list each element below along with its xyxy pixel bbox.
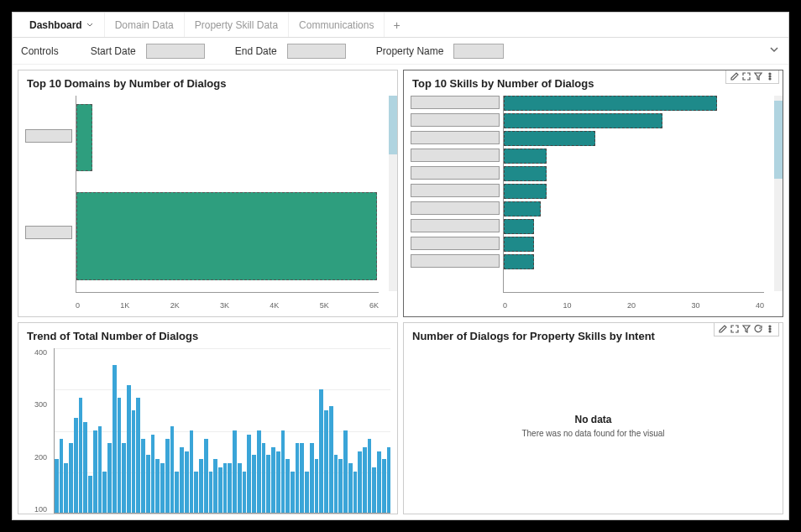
bar xyxy=(276,451,280,514)
axis-tick: 20 xyxy=(627,301,636,310)
tab-dashboard[interactable]: Dashboard xyxy=(19,13,105,37)
panel-trend[interactable]: Trend of Total Number of Dialogs 4003002… xyxy=(18,322,398,514)
axis-tick: 200 xyxy=(25,453,47,462)
bar xyxy=(170,426,175,513)
svg-point-5 xyxy=(769,331,771,332)
bar xyxy=(165,439,170,513)
bar xyxy=(305,472,309,513)
tab-communications[interactable]: Communications xyxy=(289,13,385,37)
axis-tick: 0 xyxy=(503,301,507,310)
bar xyxy=(247,435,251,513)
bar xyxy=(160,463,165,513)
axis-tick: 2K xyxy=(170,301,180,310)
filter-icon[interactable] xyxy=(741,324,751,334)
bar xyxy=(382,459,386,513)
filter-icon[interactable] xyxy=(753,71,763,81)
bar xyxy=(504,131,595,146)
bar xyxy=(69,443,73,513)
bar xyxy=(118,398,122,513)
tab-label: Communications xyxy=(299,19,374,31)
chart-domains: 01K2K3K4K5K6K xyxy=(25,96,390,310)
edit-icon[interactable] xyxy=(730,71,740,81)
more-icon[interactable] xyxy=(765,324,775,334)
bar xyxy=(55,459,59,513)
bar xyxy=(324,410,328,514)
category-label xyxy=(411,254,500,268)
panel-title: Trend of Total Number of Dialogs xyxy=(18,323,397,349)
more-icon[interactable] xyxy=(765,71,775,81)
visual-toolbar xyxy=(725,70,779,84)
tab-domain-data[interactable]: Domain Data xyxy=(105,13,185,37)
svg-point-0 xyxy=(769,73,771,75)
end-date-label: End Date xyxy=(235,45,277,57)
bar xyxy=(504,149,547,164)
end-date-input[interactable] xyxy=(287,44,346,59)
bar xyxy=(185,451,189,514)
bar xyxy=(175,472,179,513)
bar xyxy=(266,455,270,513)
expand-icon[interactable] xyxy=(730,324,740,334)
axis-tick: 0 xyxy=(76,301,80,310)
refresh-icon[interactable] xyxy=(753,324,763,334)
add-tab-button[interactable]: + xyxy=(385,18,408,32)
scrollbar-vertical[interactable] xyxy=(774,96,783,291)
tab-property-skill-data[interactable]: Property Skill Data xyxy=(185,13,289,37)
category-label xyxy=(411,149,500,162)
bar xyxy=(504,219,534,234)
bar xyxy=(218,467,222,513)
bar xyxy=(504,96,717,111)
axis-tick: 30 xyxy=(691,301,699,310)
bar xyxy=(180,447,184,513)
panel-intent[interactable]: Number of Dialogs for Property Skills by… xyxy=(403,322,783,514)
axis-tick: 300 xyxy=(25,400,47,409)
bar xyxy=(64,463,68,513)
bar xyxy=(122,443,126,513)
visual-toolbar xyxy=(714,322,779,336)
bar xyxy=(113,365,117,513)
bar xyxy=(257,430,261,513)
panel-skills[interactable]: Top 10 Skills by Number of Dialogs 01020… xyxy=(403,70,783,317)
panel-title: Top 10 Domains by Number of Dialogs xyxy=(18,70,397,96)
chart-trend: 400300200100 xyxy=(25,348,390,514)
controls-expand-toggle[interactable] xyxy=(768,44,780,58)
bar xyxy=(223,463,228,513)
axis-tick: 4K xyxy=(270,301,279,310)
category-label xyxy=(25,129,72,143)
category-label xyxy=(411,201,500,215)
scrollbar-vertical[interactable] xyxy=(389,96,397,291)
bar xyxy=(296,443,300,513)
bar xyxy=(319,389,323,513)
axis-tick: 3K xyxy=(220,301,229,310)
bar xyxy=(194,472,198,513)
panel-domains[interactable]: Top 10 Domains by Number of Dialogs 01K2… xyxy=(18,70,398,317)
bar xyxy=(252,455,256,513)
property-name-input[interactable] xyxy=(453,44,504,59)
bar xyxy=(107,443,112,513)
tab-label: Property Skill Data xyxy=(195,19,278,31)
chevron-down-icon xyxy=(768,44,780,55)
dashboard-grid: Top 10 Domains by Number of Dialogs 01K2… xyxy=(13,65,788,519)
edit-icon[interactable] xyxy=(718,324,728,334)
bar xyxy=(262,443,266,513)
bar xyxy=(504,166,547,181)
category-label xyxy=(411,219,500,232)
bar xyxy=(243,472,247,513)
bar xyxy=(348,463,353,513)
bar xyxy=(504,237,534,252)
bar xyxy=(238,463,242,513)
tab-label: Domain Data xyxy=(115,19,174,31)
svg-point-3 xyxy=(769,326,771,327)
bar xyxy=(387,447,390,513)
bar xyxy=(88,476,92,513)
start-date-input[interactable] xyxy=(146,44,205,59)
tab-bar: Dashboard Domain Data Property Skill Dat… xyxy=(13,13,788,38)
no-data-title: No data xyxy=(521,414,664,425)
bar xyxy=(329,406,333,513)
bar xyxy=(151,435,155,513)
chart-skills: 010203040 xyxy=(411,96,776,310)
bar xyxy=(204,439,208,513)
no-data-message: No data There was no data found for the … xyxy=(521,414,664,438)
bar xyxy=(102,472,107,513)
expand-icon[interactable] xyxy=(741,71,751,81)
bar xyxy=(199,459,203,513)
